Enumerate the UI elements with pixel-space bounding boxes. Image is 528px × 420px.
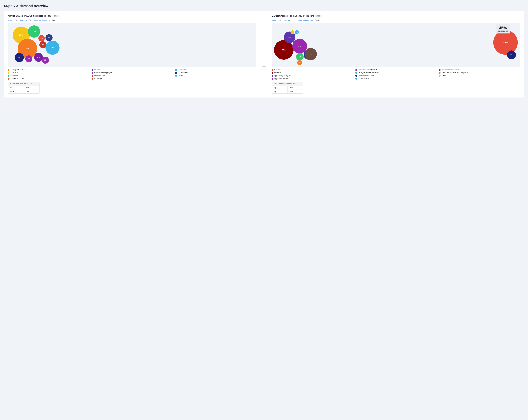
legend-dot [8,69,10,71]
legend-dot [272,75,273,77]
legend-label: MJ Raleigh [94,78,102,80]
legend-cs-mccrossan: CS McCrossan [175,72,256,74]
left-group-label: GROUP [8,19,13,21]
legend-label: Anderson Bros. [94,75,105,77]
legend-dot [272,78,273,80]
left-aggs-select[interactable]: Total ▾ [52,19,56,21]
cum-label: Top 1 [272,86,288,90]
right-bubble-chart: 45% CEMSTONE 45% 21% 8% 3% 5% 3% 1% 1% 2… [272,23,520,67]
right-company-select[interactable]: All ▾ [293,19,296,21]
bubble-anderson-bros[interactable]: 3% [25,55,32,62]
legend-label: Knife River [11,72,18,74]
left-aggs-value: Total [52,19,55,21]
left-company-value: All [29,19,31,21]
right-cumulated-row-top1: Top 1 45% [272,86,303,90]
right-group-select[interactable]: All ▾ [279,19,282,21]
legend-dot [355,78,357,80]
right-aggs-select[interactable]: Total ▾ [315,19,320,21]
bubble-aggregate-industries-right[interactable]: 9% [305,48,317,60]
cumulated-row-top4: Top 4 70% [8,90,39,93]
chevron-down-icon: ▾ [295,19,296,21]
left-aggs-label: AGGS. CONSUMPTION [34,19,50,21]
legend-label: Others [178,75,183,77]
right-aggs-value: Total [315,19,319,21]
legend-mj-raleigh-2: MJ Raleigh [92,78,173,80]
bubble-alexandria-concrete[interactable]: 1% [297,60,302,65]
legend-cemstone: Cemstone [8,75,89,77]
legend-label: Cemstone [274,69,281,71]
main-card: Market Shares of AGGS Suppliers to RMC 2… [4,11,524,97]
chevron-down-icon: ▾ [56,19,56,21]
legend-label: Marshall Concrete Products [358,69,378,71]
cum-label: Top 4 [272,90,288,93]
legend-label: Others [442,75,446,77]
legend-label: Plaisted [94,69,100,71]
legend-dot [439,72,441,74]
left-chart-section: Market Shares of AGGS Suppliers to RMC 2… [8,15,256,93]
right-chart-title: Market Shares of Top 10 RMC Producers [272,15,314,17]
cumulated-row-top1: Top 1 26% [8,86,39,90]
left-group-select[interactable]: All ▾ [15,19,18,21]
legend-dot [355,69,357,71]
legend-anderson-bros: Anderson Bros. [92,75,173,77]
legend-dot [439,75,441,77]
bubble-cs-mccrossan[interactable]: 4% [14,53,24,62]
legend-dot [92,75,93,77]
left-cumulated-box: CUMULATED MARKET SHARES Top 1 26% Top 4 … [8,82,40,93]
legend-label: Cemstone [11,75,18,77]
legend-marshall-concrete: Marshall Concrete Products [355,69,437,71]
chevron-down-icon: ▾ [281,19,282,21]
bubble-cemstone-right[interactable]: 45% [493,30,518,55]
legend-others-right: Others [439,75,520,77]
bubble-cemstone[interactable]: 13% [28,25,40,38]
left-bubble-chart: 23% 13% 26% 2% 3% 3% 12% 4% 4% 3% 3% [8,23,256,67]
left-year-label: 2020 [54,15,58,17]
bubble-mj-raleigh-light[interactable]: 12% [46,41,60,55]
legend-label: Apple Valley Ready Mix [274,75,291,77]
left-year-badge[interactable]: 2020 ▾ [53,15,60,17]
right-group-value: All [279,19,280,21]
right-filters: GROUP All ▾ COMPANY All ▾ AGGS. CONSUMPT… [272,19,520,21]
legend-cemstone-right: Cemstone [272,69,353,71]
legend-hardrives: Hardrives CRH [355,78,437,80]
cum-value: 70% [24,90,40,93]
tooltip-percent: 45% [498,26,508,30]
bubble-hopkins-sand[interactable]: 3% [507,50,516,59]
legend-dot [175,75,177,77]
legend-plaisted: Plaisted [92,69,173,71]
legend-label: County Materials Corporation [358,72,379,74]
legend-label: CS McCrossan [178,72,189,74]
right-company-label: COMPANY [284,19,291,21]
legend-label: Knife River [274,72,282,74]
right-group-label: GROUP [272,19,277,21]
legend-label: Barton/Tiller/Bryan [11,78,24,80]
bubble-county-materials[interactable]: 3% [296,53,304,60]
left-chart-title: Market Shares of AGGS Suppliers to RMC [8,15,51,17]
legend-label: Martin Marietta Aggregates [94,72,113,74]
bubble-barton-tiller[interactable]: 2% [38,35,45,42]
page-title: Supply & demand overview [4,4,524,8]
right-cumulated-row-top4: Top 4 84% [272,90,303,93]
legend-barton-tiller: Barton/Tiller/Bryan [8,78,89,80]
legend-dot [272,69,273,71]
legend-dot [175,69,177,71]
left-cumulated-header: CUMULATED MARKET SHARES [8,82,39,86]
right-aggs-label: AGGS. CONSUMPTION [298,19,313,21]
bubble-plaisted[interactable]: 3% [46,34,53,41]
legend-dot [355,75,357,77]
left-filters: GROUP All ▾ COMPANY All ▾ AGGS. CONSUMPT… [8,19,256,21]
legend-apple-valley: Apple Valley Ready Mix [272,75,353,77]
bubble-martin-marietta[interactable]: 4% [34,53,43,62]
right-arrow-icon: ➡ [262,63,266,70]
legend-martin-marietta: Martin Marietta Aggregates [92,72,173,74]
right-year-badge[interactable]: 2020 ▾ [315,15,322,17]
left-company-select[interactable]: All ▾ [29,19,32,21]
legend-label: MJ Raleigh [178,69,186,71]
bubble-others-right[interactable]: 1% [290,30,294,34]
bubble-hardrives[interactable]: 2% [295,30,299,34]
left-group-value: All [15,19,17,21]
cum-label: Top 4 [8,90,24,93]
bubble-others-left[interactable]: 3% [42,57,49,64]
cum-value: 45% [288,86,303,90]
legend-dot [272,72,273,74]
